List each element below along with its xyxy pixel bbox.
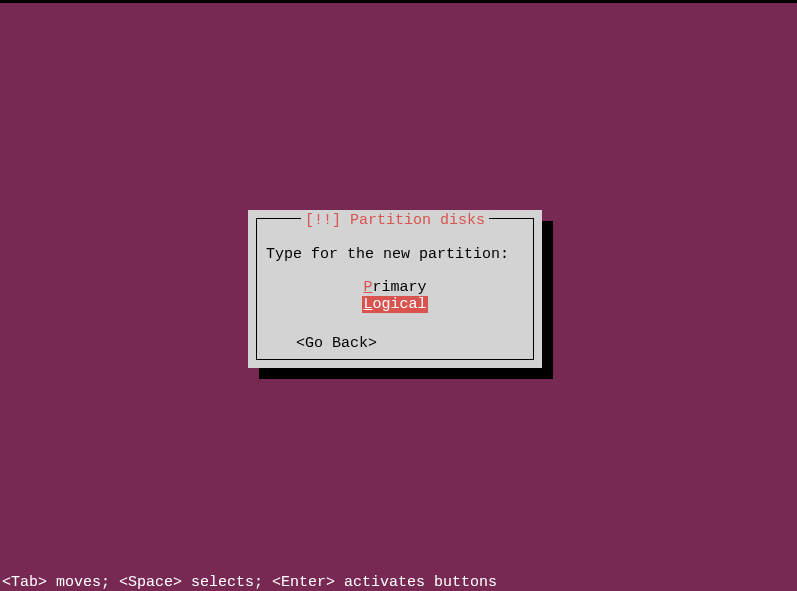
dialog-title: Partition disks [350, 212, 485, 229]
top-border [0, 0, 797, 3]
footer-help-text: <Tab> moves; <Space> selects; <Enter> ac… [2, 574, 497, 591]
dialog-title-wrap: [!!] Partition disks [301, 212, 489, 229]
dialog-title-marker: [!!] [305, 212, 350, 229]
partition-dialog: [!!] Partition disks Type for the new pa… [248, 210, 542, 368]
dialog-border [256, 218, 534, 360]
